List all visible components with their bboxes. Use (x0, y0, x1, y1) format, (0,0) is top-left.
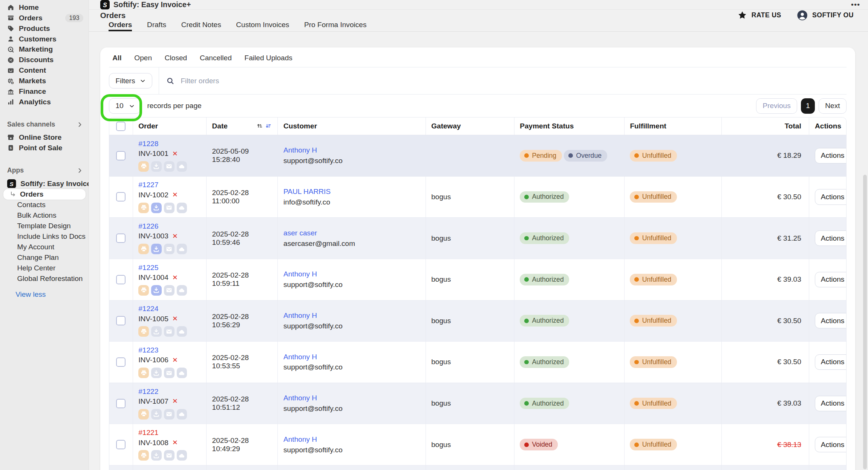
row-checkbox[interactable] (116, 192, 126, 201)
sidebar-item-point-of-sale[interactable]: $Point of Sale (0, 143, 89, 153)
app-item-orders-active[interactable]: Orders (3, 189, 86, 200)
previous-page-button[interactable]: Previous (756, 98, 797, 114)
row-checkbox[interactable] (116, 399, 126, 408)
view-less-link[interactable]: View less (0, 284, 89, 299)
sidebar-item-marketing[interactable]: Marketing (0, 44, 89, 55)
sidebar-item-finance[interactable]: Finance (0, 86, 89, 97)
download-invoice-icon[interactable] (151, 203, 162, 213)
actions-button[interactable]: Actions (815, 437, 847, 452)
actions-button[interactable]: Actions (815, 354, 847, 370)
sidebar-item-content[interactable]: Content (0, 65, 89, 76)
app-item-template-design[interactable]: Template Design (0, 221, 89, 231)
search-input[interactable] (179, 76, 846, 85)
cloud-upload-icon[interactable] (177, 244, 187, 254)
actions-button[interactable]: Actions (815, 272, 847, 287)
cloud-upload-icon[interactable] (177, 409, 187, 420)
account-button[interactable]: SOFTIFY OU (797, 10, 854, 21)
cloud-upload-icon[interactable] (177, 368, 187, 378)
tab-pro-forma-invoices[interactable]: Pro Forma Invoices (304, 21, 366, 31)
print-invoice-icon[interactable] (138, 285, 149, 296)
app-item-global-reforestation[interactable]: Global Reforestation (0, 273, 89, 284)
email-invoice-icon[interactable] (164, 161, 175, 172)
scrollbar[interactable] (863, 175, 867, 469)
email-invoice-icon[interactable] (164, 409, 175, 420)
delete-invoice-icon[interactable]: ✕ (172, 232, 178, 240)
row-checkbox[interactable] (116, 275, 126, 284)
sales-channels-header[interactable]: Sales channels (0, 120, 89, 129)
apps-header[interactable]: Apps (0, 166, 89, 175)
sidebar-item-discounts[interactable]: Discounts (0, 55, 89, 65)
actions-button[interactable]: Actions (815, 148, 847, 163)
order-link[interactable]: #1222 (138, 388, 158, 396)
delete-invoice-icon[interactable]: ✕ (172, 191, 178, 199)
next-page-button[interactable]: Next (819, 98, 847, 114)
delete-invoice-icon[interactable]: ✕ (172, 397, 178, 405)
email-invoice-icon[interactable] (164, 368, 175, 378)
app-item-contacts[interactable]: Contacts (0, 200, 89, 210)
print-invoice-icon[interactable] (138, 161, 149, 172)
customer-link[interactable]: Anthony H (283, 146, 317, 154)
sidebar-item-home[interactable]: Home (0, 2, 89, 13)
status-tab-cancelled[interactable]: Cancelled (200, 54, 232, 62)
delete-invoice-icon[interactable]: ✕ (172, 150, 178, 158)
delete-invoice-icon[interactable]: ✕ (172, 315, 178, 323)
sidebar-item-analytics[interactable]: Analytics (0, 97, 89, 107)
email-invoice-icon[interactable] (164, 285, 175, 296)
tab-credit-notes[interactable]: Credit Notes (181, 21, 221, 31)
customer-link[interactable]: Anthony H (283, 353, 317, 361)
app-item-help-center[interactable]: Help Center (0, 263, 89, 273)
row-checkbox[interactable] (116, 233, 126, 243)
print-invoice-icon[interactable] (138, 368, 149, 378)
order-link[interactable]: #1226 (138, 222, 158, 230)
current-page-button[interactable]: 1 (801, 98, 815, 114)
download-invoice-icon[interactable] (151, 368, 162, 378)
print-invoice-icon[interactable] (138, 203, 149, 213)
tab-custom-invoices[interactable]: Custom Invoices (236, 21, 289, 31)
email-invoice-icon[interactable] (164, 450, 175, 461)
row-checkbox[interactable] (116, 316, 126, 325)
actions-button[interactable]: Actions (815, 230, 847, 246)
customer-link[interactable]: Anthony H (283, 311, 317, 319)
email-invoice-icon[interactable] (164, 244, 175, 254)
download-invoice-icon[interactable] (151, 244, 162, 254)
row-checkbox[interactable] (116, 440, 126, 449)
customer-link[interactable]: Anthony H (283, 270, 317, 278)
customer-link[interactable]: Anthony H (283, 394, 317, 402)
email-invoice-icon[interactable] (164, 326, 175, 337)
app-item-include-links-to-docs[interactable]: Include Links to Docs (0, 231, 89, 242)
cloud-upload-icon[interactable] (177, 161, 187, 172)
cloud-upload-icon[interactable] (177, 203, 187, 213)
tab-drafts[interactable]: Drafts (147, 21, 166, 31)
filters-button[interactable]: Filters (109, 73, 152, 89)
actions-button[interactable]: Actions (815, 313, 847, 328)
order-link[interactable]: #1221 (138, 429, 158, 437)
sidebar-item-customers[interactable]: Customers (0, 34, 89, 44)
order-link[interactable]: #1224 (138, 305, 158, 313)
download-invoice-icon[interactable] (151, 161, 162, 172)
sidebar-item-orders[interactable]: Orders193 (0, 13, 89, 23)
actions-button[interactable]: Actions (815, 189, 847, 204)
sort-descending-icon[interactable] (265, 123, 272, 130)
order-link[interactable]: #1223 (138, 346, 158, 354)
select-all-checkbox[interactable] (116, 122, 126, 131)
status-tab-failed-uploads[interactable]: Failed Uploads (245, 54, 292, 62)
order-link[interactable]: #1227 (138, 181, 158, 189)
per-page-select[interactable]: 10 (109, 98, 140, 114)
sidebar-item-online-store[interactable]: Online Store (0, 132, 89, 143)
delete-invoice-icon[interactable]: ✕ (172, 356, 178, 364)
order-link[interactable]: #1228 (138, 140, 158, 148)
sidebar-item-markets[interactable]: $Markets (0, 76, 89, 86)
print-invoice-icon[interactable] (138, 326, 149, 337)
cloud-upload-icon[interactable] (177, 285, 187, 296)
row-checkbox[interactable] (116, 357, 126, 367)
status-tab-all[interactable]: All (112, 54, 121, 62)
print-invoice-icon[interactable] (138, 244, 149, 254)
email-invoice-icon[interactable] (164, 203, 175, 213)
download-invoice-icon[interactable] (151, 285, 162, 296)
sidebar-item-products[interactable]: Products (0, 23, 89, 34)
sort-ascending-icon[interactable] (257, 123, 263, 130)
app-item-bulk-actions[interactable]: Bulk Actions (0, 210, 89, 221)
delete-invoice-icon[interactable]: ✕ (172, 274, 178, 282)
tab-orders[interactable]: Orders (109, 21, 132, 31)
download-invoice-icon[interactable] (151, 409, 162, 420)
